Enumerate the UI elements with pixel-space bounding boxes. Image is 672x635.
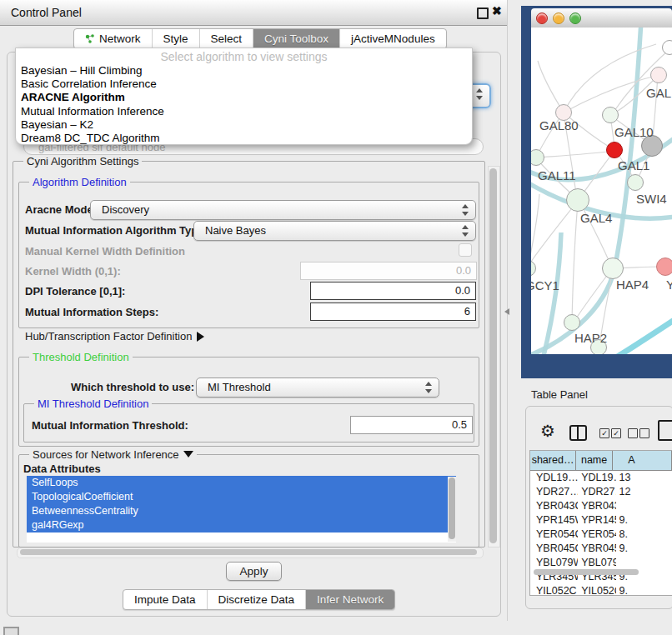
mi-algorithm-type-combobox[interactable]: Naive Bayes (193, 221, 476, 241)
mi-threshold-label: Mutual Information Threshold: (32, 419, 188, 432)
deselect-all-checkbox-icon[interactable] (628, 428, 638, 438)
zoom-traffic-light-icon[interactable] (569, 12, 581, 24)
node-label: GAL4 (580, 211, 612, 225)
node-label: SWI4 (636, 192, 667, 206)
aracne-mode-label: Aracne Mode: (25, 203, 97, 216)
tab-discretize-data[interactable]: Discretize Data (207, 590, 306, 609)
tab-select[interactable]: Select (199, 29, 253, 48)
table-panel: ⚙ ✓ ✓ shared…nameA YDL19…YDL19…13YDR27…Y… (525, 406, 672, 609)
algorithm-option[interactable]: Dream8 DC_TDC Algorithm (16, 132, 472, 145)
network-node[interactable] (602, 107, 619, 123)
tab-style[interactable]: Style (152, 29, 199, 48)
table-row[interactable]: YBR045CYBR045C9. (530, 542, 672, 556)
panel-splitter-handle[interactable] (504, 308, 509, 315)
node-label: GAL10 (614, 125, 654, 139)
algorithm-option[interactable]: Basic Correlation Inference (16, 78, 472, 91)
algorithm-option[interactable]: ARACNE Algorithm (16, 91, 472, 104)
table-cell: 8. (616, 528, 672, 542)
algorithm-option[interactable]: Bayesian – K2 (16, 118, 472, 132)
algorithm-dropdown-list: Select algorithm to view settings Bayesi… (15, 48, 473, 145)
control-panel-tabbar: Network Style Select Cyni Toolbox jActiv… (73, 28, 447, 49)
mi-steps-field[interactable]: 6 (310, 302, 476, 321)
manual-kernel-checkbox[interactable] (459, 243, 472, 257)
table-row[interactable]: YER054CYER054C8. (530, 528, 672, 542)
tab-label: Infer Network (317, 593, 384, 606)
tab-cyni-toolbox[interactable]: Cyni Toolbox (253, 29, 339, 48)
export-table-icon[interactable] (658, 420, 672, 441)
network-node[interactable] (627, 174, 644, 191)
network-node[interactable] (656, 258, 672, 276)
minimize-traffic-light-icon[interactable] (553, 12, 564, 24)
network-node[interactable] (662, 40, 672, 55)
list-scrollbar[interactable] (448, 477, 456, 542)
close-icon[interactable]: ✖ (492, 4, 502, 18)
minimized-panel-icon[interactable] (3, 627, 19, 635)
node-label: GAL (646, 86, 671, 100)
hub-definition-label: Hub/Transcription Factor Definition (25, 330, 192, 342)
data-attributes-list: SelfLoopsTopologicalCoefficientBetweenne… (27, 476, 456, 542)
group-title: Threshold Definition (29, 351, 133, 363)
which-threshold-combobox[interactable]: MI Threshold (196, 378, 439, 398)
data-attribute-item[interactable]: SelfLoops (27, 476, 456, 490)
columns-icon[interactable] (569, 425, 587, 441)
table-row[interactable]: YDR27…YDR27…12 (530, 485, 672, 499)
combobox-arrows-icon (462, 204, 469, 216)
gear-icon[interactable]: ⚙ (540, 422, 555, 439)
table-cell: YER054C (578, 528, 615, 542)
network-node[interactable] (602, 258, 624, 279)
network-canvas[interactable]: GALGAL80GAL10GAL1GAL11SWI4GAL4GCY1HAP4YH… (531, 28, 672, 354)
settings-vertical-scrollbar[interactable] (488, 166, 500, 548)
table-panel-title: Table Panel (531, 388, 588, 401)
sources-group-title[interactable]: Sources for Network Inference (29, 448, 197, 461)
select-all-checkbox-icon[interactable]: ✓ (599, 428, 609, 438)
network-node[interactable] (606, 142, 623, 158)
table-header-row: shared…nameA (530, 451, 672, 471)
dropdown-prompt: Select algorithm to view settings (16, 48, 472, 64)
column-header[interactable]: name (576, 451, 613, 470)
kernel-width-label: Kernel Width (0,1): (25, 265, 121, 278)
hub-definition-toggle[interactable]: Hub/Transcription Factor Definition (25, 330, 204, 342)
which-threshold-label: Which threshold to use: (71, 381, 194, 393)
data-attribute-item[interactable]: BetweennessCentrality (27, 504, 456, 518)
node-label: GAL1 (618, 158, 649, 172)
table-cell: 9. (616, 584, 672, 596)
table-horizontal-scrollbar[interactable] (532, 568, 669, 576)
table-row[interactable]: YPR145WYPR145W9. (530, 513, 672, 528)
combobox-value: Naive Bayes (205, 224, 266, 237)
tab-jactivemnodules[interactable]: jActiveMNodules (339, 29, 446, 48)
network-node[interactable] (650, 67, 667, 83)
table-cell: YBR045C (530, 542, 578, 556)
network-node[interactable] (564, 314, 580, 331)
algorithm-option[interactable]: Mutual Information Inference (16, 105, 472, 118)
table-cell: YIL052C (530, 584, 578, 596)
tab-impute-data[interactable]: Impute Data (123, 590, 207, 609)
settings-horizontal-scrollbar[interactable] (17, 548, 484, 558)
algorithm-option[interactable]: Bayesian – Hill Climbing (16, 64, 472, 78)
aracne-mode-combobox[interactable]: Discovery (90, 200, 476, 220)
tab-label: Select (211, 32, 243, 45)
node-label: GCY1 (531, 278, 559, 292)
deselect-all-checkbox-icon[interactable] (639, 428, 649, 438)
tab-network[interactable]: Network (74, 29, 152, 48)
float-window-icon[interactable] (477, 8, 489, 19)
node-label: GAL11 (538, 168, 576, 182)
table-cell: YPR145W (578, 513, 615, 528)
tab-infer-network[interactable]: Infer Network (305, 590, 394, 609)
network-node[interactable] (566, 188, 589, 212)
apply-button[interactable]: Apply (226, 562, 282, 581)
kernel-width-field[interactable]: 0.0 (300, 262, 477, 280)
table-cell: YBR043C (530, 499, 578, 513)
data-attribute-item[interactable]: gal4RGexp (27, 518, 456, 532)
close-traffic-light-icon[interactable] (536, 12, 548, 24)
column-header[interactable]: A (613, 451, 672, 470)
dpi-tolerance-label: DPI Tolerance [0,1]: (25, 285, 125, 298)
table-row[interactable]: YDL19…YDL19…13 (530, 471, 672, 485)
data-attribute-item[interactable]: TopologicalCoefficient (27, 490, 456, 504)
table-cell: YDR27… (530, 485, 578, 499)
mi-threshold-field[interactable]: 0.5 (350, 416, 473, 434)
dpi-tolerance-field[interactable]: 0.0 (310, 282, 476, 300)
select-all-checkbox-icon[interactable]: ✓ (611, 428, 621, 438)
column-header[interactable]: shared… (530, 451, 576, 470)
table-row[interactable]: YBR043CYBR043C (530, 499, 672, 513)
table-row[interactable]: YIL052CYIL052C9. (530, 584, 672, 596)
